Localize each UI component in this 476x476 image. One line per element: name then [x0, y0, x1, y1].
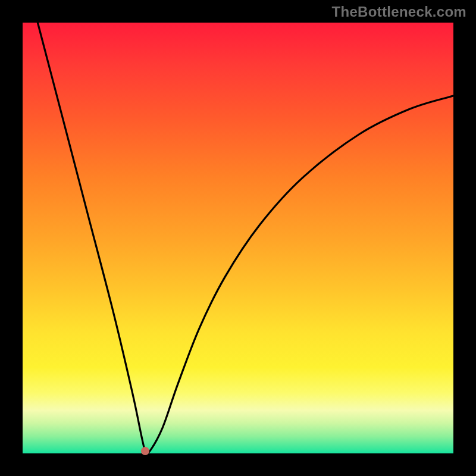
minimum-marker: [141, 447, 149, 455]
plot-area: [23, 23, 453, 453]
chart-frame: TheBottleneck.com: [0, 0, 476, 476]
bottleneck-curve: [23, 23, 453, 453]
watermark-text: TheBottleneck.com: [332, 4, 466, 20]
